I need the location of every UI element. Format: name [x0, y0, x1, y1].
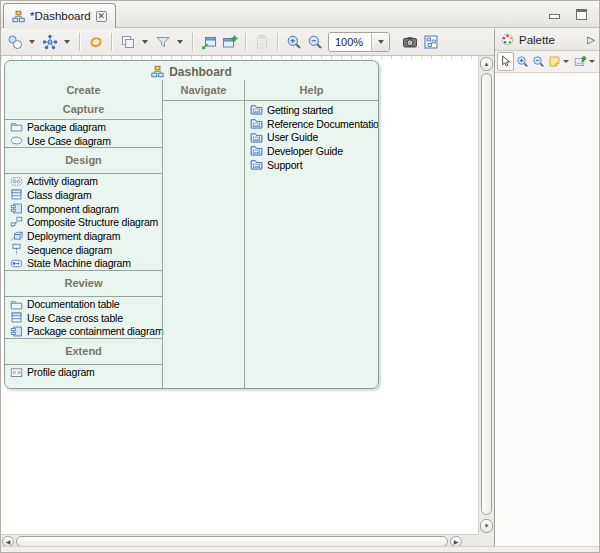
item-label: Class diagram: [27, 189, 92, 201]
folder-icon: [10, 120, 23, 133]
list-item[interactable]: Use Case cross table: [5, 311, 162, 325]
item-label: Use Case diagram: [27, 135, 111, 147]
lifeline-icon: [10, 243, 23, 256]
list-item[interactable]: Reference Documentation: [245, 117, 378, 131]
chevron-down-icon[interactable]: [563, 60, 569, 63]
related-dropdown-arrow-icon[interactable]: [64, 40, 70, 44]
minimize-button[interactable]: [549, 14, 560, 19]
copy-style-button[interactable]: [117, 32, 138, 53]
list-item[interactable]: Activity diagram: [5, 174, 162, 188]
list-item[interactable]: Deployment diagram: [5, 229, 162, 243]
snapshot-button[interactable]: [399, 32, 420, 53]
help-header: Help: [245, 80, 378, 100]
navigate-header: Navigate: [163, 80, 244, 100]
item-label: Composite Structure diagram: [27, 216, 158, 228]
list-item[interactable]: Package containment diagram: [5, 325, 162, 339]
list-item[interactable]: Documentation table: [5, 297, 162, 311]
create-diagram-button[interactable]: [219, 32, 240, 53]
palette-expand-icon[interactable]: ▷: [587, 34, 595, 45]
separator: [5, 338, 162, 339]
select-tool[interactable]: [497, 52, 514, 71]
list-item[interactable]: Profile diagram: [5, 365, 162, 379]
related-elements-button[interactable]: [39, 32, 60, 53]
component-icon: [10, 202, 23, 215]
overview-button[interactable]: [420, 32, 441, 53]
zoom-level-value[interactable]: 100%: [329, 33, 371, 51]
filter-funnel-icon: [155, 34, 171, 50]
image-pin-icon: [574, 55, 587, 68]
zoom-out-tool[interactable]: [531, 52, 546, 71]
vertical-scroll-thumb[interactable]: [481, 73, 492, 515]
paste-button: [251, 32, 272, 53]
list-item[interactable]: Composite Structure diagram: [5, 215, 162, 229]
dashboard-title: Dashboard: [169, 65, 232, 79]
editor-tab-bar: *Dashboard ✕: [1, 1, 599, 28]
item-label: Use Case cross table: [27, 312, 123, 324]
chevron-down-icon[interactable]: [589, 60, 595, 63]
note-tool[interactable]: [547, 52, 572, 71]
elements-dropdown-arrow-icon[interactable]: [29, 40, 35, 44]
attach-tool[interactable]: [573, 52, 598, 71]
sticky-note-icon: [548, 55, 561, 68]
maximize-button[interactable]: [576, 9, 587, 20]
list-item[interactable]: Class diagram: [5, 188, 162, 202]
zoom-level-combo[interactable]: 100%: [328, 32, 390, 52]
state-machine-icon: [10, 257, 23, 270]
item-label: Package containment diagram: [27, 325, 163, 337]
gold-sync-icon: [88, 34, 104, 50]
camera-icon: [402, 34, 418, 50]
model-elements-button[interactable]: [4, 32, 25, 53]
list-item[interactable]: Getting started: [245, 103, 378, 117]
list-item[interactable]: User Guide: [245, 130, 378, 144]
item-label: Sequence diagram: [27, 244, 112, 256]
item-label: Deployment diagram: [27, 230, 120, 242]
scroll-down-icon[interactable]: ▼: [480, 519, 493, 533]
zoom-in-icon: [286, 34, 302, 50]
list-item[interactable]: Support: [245, 158, 378, 172]
zoom-in-button[interactable]: [283, 32, 304, 53]
list-item[interactable]: Developer Guide: [245, 144, 378, 158]
vertical-scrollbar[interactable]: ▲ ▼: [478, 56, 494, 534]
filter-button[interactable]: [152, 32, 173, 53]
tab-dashboard[interactable]: *Dashboard ✕: [3, 3, 116, 28]
list-item[interactable]: Package diagram: [5, 120, 162, 134]
filter-dropdown-arrow-icon[interactable]: [177, 40, 183, 44]
status-bar: [1, 546, 599, 552]
synchronize-button[interactable]: [85, 32, 106, 53]
dashboard-title-row: Dashboard: [5, 61, 378, 79]
list-item[interactable]: Component diagram: [5, 202, 162, 216]
item-label: Profile diagram: [27, 366, 95, 378]
list-item[interactable]: Sequence diagram: [5, 243, 162, 257]
ruler-ticks: [1, 56, 478, 59]
component-icon: [10, 325, 23, 338]
list-item[interactable]: Use Case diagram: [5, 134, 162, 148]
folder-icon: [10, 298, 23, 311]
zoom-combo-dropdown-button[interactable]: [371, 33, 389, 51]
diagram-canvas[interactable]: Dashboard Create Capture Package diagram…: [1, 56, 478, 534]
help-folder-icon: [250, 158, 263, 171]
copy-style-dropdown-arrow-icon[interactable]: [142, 40, 148, 44]
zoom-in-tool[interactable]: [515, 52, 530, 71]
close-icon[interactable]: ✕: [96, 11, 107, 22]
separator: [5, 147, 162, 148]
capture-header: Capture: [5, 100, 162, 119]
open-diagram-button[interactable]: [198, 32, 219, 53]
toolbar-separator: [192, 33, 193, 51]
column-create: Create Capture Package diagram Use Case …: [5, 80, 162, 388]
separator: [5, 270, 162, 271]
window-green-arrow-icon: [201, 34, 217, 50]
palette-header[interactable]: Palette ▷: [495, 29, 600, 51]
item-label: Activity diagram: [27, 175, 98, 187]
item-label: State Machine diagram: [27, 257, 131, 269]
column-help: Help Getting started Reference Documenta…: [244, 80, 378, 388]
activity-icon: [10, 175, 23, 188]
deployment-node-icon: [10, 229, 23, 242]
help-folder-icon: [250, 103, 263, 116]
help-folder-icon: [250, 131, 263, 144]
diagram-toolbar: 100%: [1, 29, 494, 56]
list-item[interactable]: State Machine diagram: [5, 257, 162, 271]
review-header: Review: [5, 274, 162, 293]
zoom-out-button[interactable]: [304, 32, 325, 53]
dashboard-panel[interactable]: Dashboard Create Capture Package diagram…: [4, 60, 379, 389]
scroll-up-icon[interactable]: ▲: [480, 57, 493, 71]
